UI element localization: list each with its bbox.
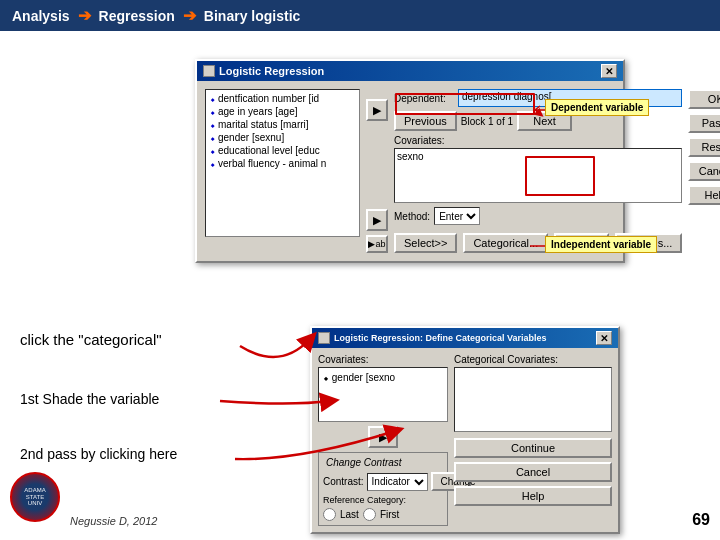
logo: ADAMASTATEUNIV xyxy=(10,472,65,527)
instruction-3: 2nd pass by clicking here xyxy=(20,446,177,462)
contrast-label: Contrast: xyxy=(323,476,364,487)
instruction-2: 1st Shade the variable xyxy=(20,391,159,407)
last-radio[interactable] xyxy=(323,508,336,521)
cat-help-button[interactable]: Help xyxy=(454,486,612,506)
btn-column: OK Paste Reset Cancel Help xyxy=(688,89,720,253)
cat-close-button[interactable]: ✕ xyxy=(596,331,612,345)
instruction-1: click the "categorical" xyxy=(20,331,162,348)
lr-dialog-title: Logistic Regression xyxy=(219,65,324,77)
block-label: Block 1 of 1 xyxy=(461,116,513,127)
cat-right-panel: Categorical Covariates: Continue Cancel … xyxy=(454,354,612,526)
variable-list-item[interactable]: ⬥verbal fluency - animal n xyxy=(208,157,357,170)
continue-button[interactable]: Continue xyxy=(454,438,612,458)
cat-dialog-icon xyxy=(318,332,330,344)
dependent-label: Dependent: xyxy=(394,93,454,104)
page-number: 69 xyxy=(692,511,710,529)
lr-close-button[interactable]: ✕ xyxy=(601,64,617,78)
main-content: Logistic Regression ✕ ⬥dentfication numb… xyxy=(0,31,720,539)
contrast-group: Change Contrast Contrast: Indicator Chan… xyxy=(318,452,448,526)
dependent-row: Dependent: depression diagnos[ xyxy=(394,89,682,107)
contrast-title-label: Change Contrast xyxy=(323,457,405,468)
options-button[interactable]: Options... xyxy=(615,233,682,253)
dialog-icon xyxy=(203,65,215,77)
arrow2-icon: ➔ xyxy=(183,6,196,25)
move-covariate-btn[interactable]: ▶ xyxy=(366,209,388,231)
var-icon: ⬥ xyxy=(210,94,215,104)
method-row: Method: Enter xyxy=(394,207,682,225)
reset-button[interactable]: Reset xyxy=(688,137,720,157)
block-row: Previous Block 1 of 1 Next xyxy=(394,111,682,131)
cat-dialog: Logistic Regression: Define Categorical … xyxy=(310,326,620,534)
cat-move-btn[interactable]: ▶ xyxy=(368,426,398,448)
arrow1-icon: ➔ xyxy=(78,6,91,25)
cat-covariate-list[interactable]: ⬥ gender [sexno xyxy=(318,367,448,422)
lr-right-panel: Dependent: depression diagnos[ Previous … xyxy=(394,89,682,253)
variable-list-item[interactable]: ⬥dentfication number [id xyxy=(208,92,357,105)
cat-covariates-label: Covariates: xyxy=(318,354,448,365)
cat-covariate-item[interactable]: ⬥ gender [sexno xyxy=(321,370,445,385)
covariate-item[interactable]: sexno xyxy=(397,151,679,162)
covariates-label: Covariates: xyxy=(394,135,682,146)
cat-body: Covariates: ⬥ gender [sexno ▶ Change Con… xyxy=(312,348,618,532)
variable-list[interactable]: ⬥dentfication number [id⬥age in years [a… xyxy=(205,89,360,237)
var-icon: ⬥ xyxy=(210,120,215,130)
dependent-input[interactable]: depression diagnos[ xyxy=(458,89,682,107)
variable-list-item[interactable]: ⬥age in years [age] xyxy=(208,105,357,118)
author-text: Negussie D, 2012 xyxy=(70,515,157,527)
method-label: Method: xyxy=(394,211,430,222)
var-icon: ⬥ xyxy=(210,107,215,117)
covariates-section: Covariates: sexno xyxy=(394,135,682,203)
save-button[interactable]: Save... xyxy=(554,233,609,253)
cat-dialog-title: Logistic Regression: Define Categorical … xyxy=(334,333,547,343)
header-bar: Analysis ➔ Regression ➔ Binary logistic xyxy=(0,0,720,31)
bottom-row: Select>> Categorical... Save... Options.… xyxy=(394,233,682,253)
first-label: First xyxy=(380,509,399,520)
cat-left-panel: Covariates: ⬥ gender [sexno ▶ Change Con… xyxy=(318,354,448,526)
header-segment2: Binary logistic xyxy=(204,8,300,24)
reference-radio-row: Last First xyxy=(323,508,443,521)
var-icon: ⬥ xyxy=(210,146,215,156)
move-arrow-btn[interactable]: ▶ xyxy=(366,99,388,121)
cat-categorical-list[interactable] xyxy=(454,367,612,432)
method-select[interactable]: Enter xyxy=(434,207,480,225)
cancel-button[interactable]: Cancel xyxy=(688,161,720,181)
covariates-box[interactable]: sexno xyxy=(394,148,682,203)
reference-label: Reference Category: xyxy=(323,495,406,505)
last-label: Last xyxy=(340,509,359,520)
paste-button[interactable]: Paste xyxy=(688,113,720,133)
cat-dialog-titlebar: Logistic Regression: Define Categorical … xyxy=(312,328,618,348)
variable-list-item[interactable]: ⬥gender [sexnu] xyxy=(208,131,357,144)
contrast-select[interactable]: Indicator xyxy=(367,473,428,491)
var-icon: ⬥ xyxy=(210,159,215,169)
select-button[interactable]: Select>> xyxy=(394,233,457,253)
var-icon: ⬥ xyxy=(210,133,215,143)
ok-button[interactable]: OK xyxy=(688,89,720,109)
lr-left-panel: ⬥dentfication number [id⬥age in years [a… xyxy=(205,89,360,253)
lr-dialog-body: ⬥dentfication number [id⬥age in years [a… xyxy=(197,81,623,261)
logo-circle: ADAMASTATEUNIV xyxy=(10,472,60,522)
categorical-button[interactable]: Categorical... xyxy=(463,233,548,253)
previous-button[interactable]: Previous xyxy=(394,111,457,131)
header-title: Analysis xyxy=(12,8,70,24)
cat-cancel-button[interactable]: Cancel xyxy=(454,462,612,482)
header-segment1: Regression xyxy=(99,8,175,24)
variable-list-item[interactable]: ⬥educational level [educ xyxy=(208,144,357,157)
lr-dialog-titlebar: Logistic Regression ✕ xyxy=(197,61,623,81)
variable-list-item[interactable]: ⬥marital status [marri] xyxy=(208,118,357,131)
next-button[interactable]: Next xyxy=(517,111,572,131)
cat-categorical-label: Categorical Covariates: xyxy=(454,354,612,365)
move-covariate2-btn[interactable]: ▶ab xyxy=(366,235,388,253)
first-radio[interactable] xyxy=(363,508,376,521)
help-button[interactable]: Help xyxy=(688,185,720,205)
lr-dialog: Logistic Regression ✕ ⬥dentfication numb… xyxy=(195,59,625,263)
